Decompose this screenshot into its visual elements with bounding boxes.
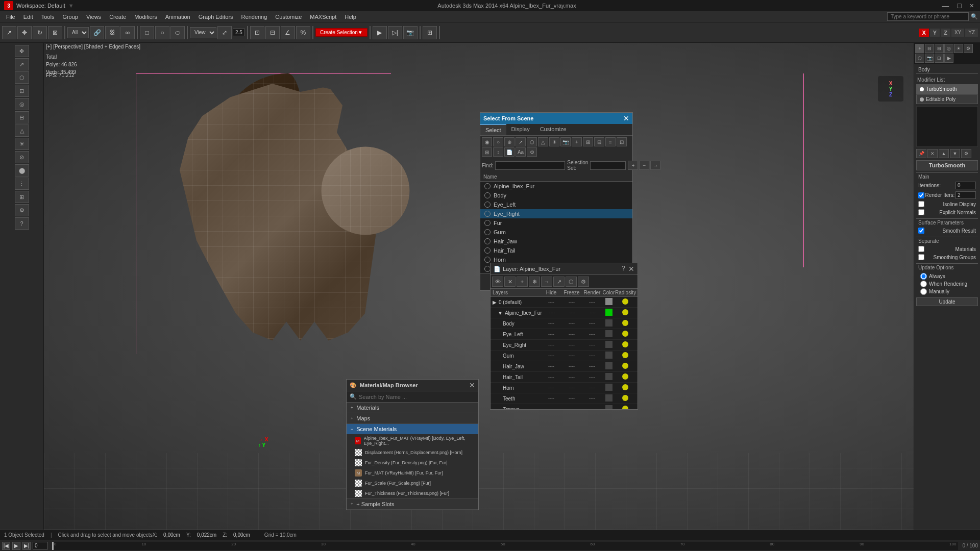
sidebar-icon-13[interactable]: ⚙ (15, 204, 29, 216)
toolbar-rotate[interactable]: ↻ (33, 26, 47, 39)
sfs-filter-cam[interactable]: 📷 (560, 137, 571, 146)
layer-item-eye-left[interactable]: Eye_Left ---- ---- ---- (491, 329, 638, 340)
sidebar-icon-1[interactable]: ✥ (15, 45, 29, 57)
sidebar-icon-4[interactable]: ⊡ (15, 85, 29, 97)
rpanel-tab-extra4[interactable]: ▶ (944, 54, 953, 63)
always-radio[interactable]: Always (920, 272, 974, 280)
menu-edit[interactable]: Edit (19, 13, 37, 21)
layer-item-default[interactable]: ▶ 0 (default) ---- ---- ---- (491, 297, 638, 308)
sfs-item-alpine[interactable]: Alpine_Ibex_Fur (480, 182, 632, 191)
layer-item-hair-jaw[interactable]: Hair_Jaw ---- ---- ---- (491, 361, 638, 372)
sidebar-icon-5[interactable]: ◎ (15, 98, 29, 110)
menu-group[interactable]: Group (58, 13, 82, 21)
toolbar-render[interactable]: ⊞ (423, 26, 437, 39)
sfs-item-list[interactable]: Alpine_Ibex_Fur Body Eye_Left Eye_Right … (480, 182, 632, 273)
mod-down-btn[interactable]: ▼ (950, 149, 960, 158)
layer-tool-select[interactable]: ↗ (553, 277, 565, 287)
menu-modifiers[interactable]: Modifiers (130, 13, 161, 21)
toolbar-unlink[interactable]: ⛓ (105, 26, 119, 39)
sfs-display-mode2[interactable]: ⊡ (617, 137, 627, 146)
menu-maxscript[interactable]: MAXScript (306, 13, 340, 21)
sidebar-icon-6[interactable]: ⊟ (15, 111, 29, 123)
layer-help-button[interactable]: ? (622, 265, 625, 273)
render-iters-checkbox[interactable] (918, 192, 924, 198)
layer-item-eye-right[interactable]: Eye_Right ---- ---- ---- (491, 340, 638, 350)
mat-sample-slots-header[interactable]: + + Sample Slots (347, 499, 478, 509)
sfs-select-btn[interactable]: ↗ (516, 137, 526, 146)
menu-graph-editors[interactable]: Graph Editors (194, 13, 237, 21)
toolbar-move[interactable]: ✥ (17, 26, 32, 39)
layer-item-body[interactable]: Body ---- ---- ---- (491, 318, 638, 329)
when-rendering-radio[interactable]: When Rendering (920, 280, 974, 288)
maximize-button[interactable]: □ (955, 2, 963, 10)
mat-item-fur-density[interactable]: Fur_Density (Fur_Density.png) [Fur, Fur] (347, 458, 478, 468)
mat-item-fur-mat[interactable]: M Fur_MAT (VRayHairMtl) [Fur, Fur, Fur] (347, 468, 478, 478)
smoothing-groups-checkbox[interactable] (918, 254, 924, 260)
layer-close-button[interactable]: ✕ (628, 265, 634, 273)
rpanel-tab-motion[interactable]: ◎ (944, 44, 953, 53)
search-input[interactable] (887, 12, 969, 21)
layer-item-teeth[interactable]: Teeth ---- ---- ---- (491, 393, 638, 404)
layer-tool-settings[interactable]: ⚙ (578, 277, 589, 287)
mat-maps-header[interactable]: + Maps (347, 413, 478, 423)
mod-up-btn[interactable]: ▲ (939, 149, 949, 158)
sfs-item-eye-right[interactable]: Eye_Right (480, 209, 632, 218)
update-button[interactable]: Update (916, 297, 978, 306)
sidebar-icon-7[interactable]: △ (15, 124, 29, 137)
toolbar-cam[interactable]: 📷 (403, 26, 418, 39)
sfs-tab-customize[interactable]: Customize (535, 124, 572, 135)
layer-item-alpine[interactable]: ▼ Alpine_Ibex_Fur ---- ---- ---- (491, 308, 638, 318)
toolbar-select[interactable]: ↗ (2, 26, 16, 39)
axis-xy-btn[interactable]: XY (951, 29, 964, 37)
toolbar-frame-next[interactable]: ▷| (388, 26, 402, 39)
layer-tool-add[interactable]: + (517, 277, 528, 287)
timeline-prev-btn[interactable]: |◀ (2, 542, 10, 550)
mat-materials-header[interactable]: + Materials (347, 403, 478, 413)
rpanel-tab-utilities[interactable]: ⚙ (964, 44, 973, 53)
menu-file[interactable]: File (2, 13, 19, 21)
timeline-play-btn[interactable]: ▶ (12, 542, 20, 550)
sfs-case[interactable]: Aa (516, 147, 526, 157)
layer-item-tongue[interactable]: Tongue ---- ---- ---- (491, 404, 638, 409)
toolbar-link[interactable]: 🔗 (90, 26, 104, 39)
layer-tool-delete[interactable]: ✕ (504, 277, 516, 287)
sfs-item-fur[interactable]: Fur (480, 218, 632, 228)
timeline-next-btn[interactable]: ▶| (22, 542, 31, 550)
menu-help[interactable]: Help (340, 13, 360, 21)
rpanel-tab-extra2[interactable]: 📷 (925, 54, 934, 63)
always-radio-input[interactable] (920, 273, 927, 280)
sfs-item-gum[interactable]: Gum (480, 228, 632, 237)
mat-scene-materials-header[interactable]: − Scene Materials (347, 424, 478, 434)
sfs-display-mode1[interactable]: ≡ (605, 137, 616, 146)
timeline-frame-input[interactable] (33, 542, 48, 549)
layer-tool-move[interactable]: → (541, 277, 552, 287)
mat-item-displacement[interactable]: Displacement (Horns_Displacement.png) [H… (347, 447, 478, 458)
sidebar-icon-14[interactable]: ? (15, 217, 29, 230)
when-rendering-radio-input[interactable] (920, 281, 927, 287)
mat-item-fur-scale[interactable]: Fur_Scale (Fur_Scale.png) [Fur] (347, 478, 478, 488)
timeline-track[interactable]: 0102030405060708090100 (52, 542, 958, 550)
mat-search-input[interactable] (359, 394, 475, 400)
mat-item-fur-thickness[interactable]: Fur_Thickness (Fur_Thickness.png) [Fur] (347, 488, 478, 498)
sfs-layers[interactable]: 📄 (504, 147, 514, 157)
editable-poly-modifier[interactable]: Editable Poly (916, 94, 978, 104)
sfs-filter-space[interactable]: ⊞ (583, 137, 593, 146)
smooth-result-checkbox[interactable] (918, 228, 924, 234)
toolbar-scale[interactable]: ⊠ (48, 26, 62, 39)
axis-yz-btn[interactable]: YZ (965, 29, 978, 37)
toolbar-zoom-ext[interactable]: ⤢ (217, 26, 232, 39)
mod-delete-btn[interactable]: ✕ (927, 149, 938, 158)
rpanel-tab-extra3[interactable]: ⊡ (935, 54, 944, 63)
materials-checkbox[interactable] (918, 246, 924, 252)
toolbar-box[interactable]: □ (140, 26, 154, 39)
menu-animation[interactable]: Animation (161, 13, 194, 21)
sfs-display-mode3[interactable]: ⊞ (482, 147, 492, 157)
toolbar-angle[interactable]: ∠ (281, 26, 295, 39)
menu-views[interactable]: Views (82, 13, 105, 21)
turbosmoothmodifier[interactable]: TurboSmooth (916, 84, 978, 94)
mod-pin-btn[interactable]: 📌 (916, 149, 926, 158)
layer-item-horn[interactable]: Horn ---- ---- ---- (491, 383, 638, 393)
layer-tool-freeze[interactable]: ❄ (529, 277, 540, 287)
menu-customize[interactable]: Customize (271, 13, 306, 21)
manually-radio-input[interactable] (920, 288, 927, 295)
